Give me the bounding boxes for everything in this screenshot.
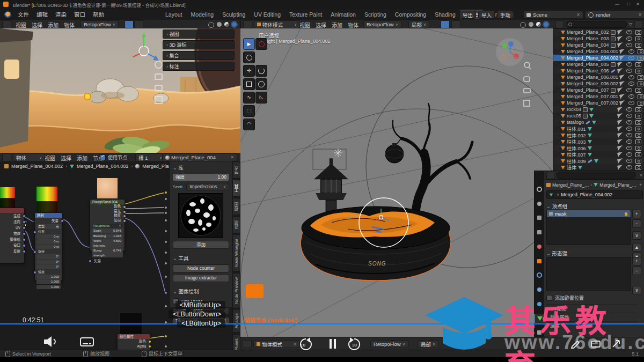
properties-tab[interactable] xyxy=(535,329,544,337)
selectable-icon[interactable] xyxy=(619,49,625,54)
pan-hand-icon[interactable] xyxy=(155,73,163,80)
node-output[interactable]: 窗口 xyxy=(0,242,24,248)
camera-view-icon[interactable] xyxy=(155,85,163,91)
vertex-group-row[interactable]: mask 🔒 xyxy=(547,210,631,217)
measure-tool[interactable]: ◺ xyxy=(255,92,267,104)
add-shapekey-button[interactable]: + xyxy=(632,257,641,265)
node-input[interactable]: 矢量 xyxy=(90,258,125,264)
outliner-item[interactable]: 柱体.001 xyxy=(553,125,644,132)
hide-viewport-icon[interactable] xyxy=(626,114,632,118)
workspace-tab[interactable]: Modeling xyxy=(187,10,218,19)
node-field[interactable]: Scale0.546 xyxy=(92,228,123,233)
workspace-tab[interactable]: UV Editing xyxy=(250,10,285,19)
n-panel-tab[interactable]: 工具 xyxy=(232,180,240,197)
workspace-tab[interactable]: Texture Paint xyxy=(285,10,326,19)
n-panel-tab[interactable]: Arrange xyxy=(232,309,240,333)
hide-viewport-icon[interactable] xyxy=(628,101,634,105)
mode-selector[interactable]: 物体模式∨ xyxy=(253,340,299,348)
hide-render-icon[interactable] xyxy=(635,152,641,157)
outliner-item[interactable]: Merged_Plane_005 xyxy=(553,61,644,68)
node-field[interactable]: Blending1.046 xyxy=(92,234,123,239)
category-dropdown[interactable]: Imperfections∨ xyxy=(186,183,229,190)
hide-render-icon[interactable] xyxy=(638,82,643,86)
properties-tab[interactable] xyxy=(535,242,544,251)
app-menu-item[interactable]: 窗口 xyxy=(70,9,89,20)
snap-magnet-icon[interactable] xyxy=(451,340,460,348)
app-menu-item[interactable]: 帮助 xyxy=(89,9,108,20)
hide-viewport-icon[interactable] xyxy=(626,146,632,150)
selectable-icon[interactable] xyxy=(617,68,623,73)
hide-render-icon[interactable] xyxy=(635,107,641,112)
viewlayer-close-icon[interactable]: ✕ xyxy=(638,12,642,17)
imperfection-preview[interactable] xyxy=(178,193,223,238)
hide-viewport-icon[interactable] xyxy=(628,56,634,60)
outliner-item[interactable]: Merged_Plane_003 xyxy=(553,35,644,42)
selectable-icon[interactable] xyxy=(617,139,623,144)
material-datablock[interactable]: Merged_Plane_004 ✕ xyxy=(162,153,237,161)
node-output[interactable]: 法向 xyxy=(90,218,125,223)
material-unlink-icon[interactable]: ✕ xyxy=(230,155,234,160)
io-button[interactable]: 手动 xyxy=(497,11,514,19)
collapsed-section[interactable]: ›属性 xyxy=(546,321,638,330)
selectable-icon[interactable] xyxy=(617,87,623,93)
hide-viewport-icon[interactable] xyxy=(626,120,632,124)
io-button[interactable]: 导出 xyxy=(459,11,476,19)
selectable-icon[interactable] xyxy=(617,158,623,164)
outliner-item[interactable]: 锥体 xyxy=(553,164,644,171)
hide-render-icon[interactable] xyxy=(635,43,641,48)
snap-magnet-icon[interactable] xyxy=(125,20,134,28)
outliner-item[interactable]: tatalogo xyxy=(553,119,644,125)
hide-render-icon[interactable] xyxy=(635,146,641,151)
annotate-tool[interactable] xyxy=(243,51,255,63)
retopoflow-menu[interactable]: RetopoFlow∨ xyxy=(370,340,408,348)
properties-tab[interactable] xyxy=(535,271,544,280)
properties-tab[interactable] xyxy=(535,228,544,237)
hide-render-icon[interactable] xyxy=(638,49,643,54)
minimize-button[interactable]: — xyxy=(615,2,619,6)
hide-render-icon[interactable] xyxy=(635,165,641,170)
outliner-item[interactable]: 柱体.007 xyxy=(553,151,644,158)
n-panel-section[interactable]: › 集合 xyxy=(163,51,235,60)
node-output[interactable]: 法向 xyxy=(0,219,24,225)
hide-viewport-icon[interactable] xyxy=(626,69,632,73)
mode-selector[interactable]: 物体模式∨ xyxy=(254,20,300,28)
outliner-item[interactable]: 柱体.006 xyxy=(553,145,644,151)
outliner-item[interactable]: Merged_Plane_006.002 xyxy=(553,80,644,87)
rest-position-row[interactable]: 添加静置位置 xyxy=(546,294,584,301)
n-panel-tab[interactable]: 节点 xyxy=(232,161,240,179)
selectable-icon[interactable] xyxy=(617,36,623,41)
hide-render-icon[interactable] xyxy=(635,127,641,131)
retopoflow-menu[interactable]: RetopoFlow∨ xyxy=(80,20,119,28)
transform-orientation[interactable]: 局部∨ xyxy=(418,340,438,348)
use-nodes-row[interactable]: 使用节点 xyxy=(100,154,127,161)
outliner-item[interactable]: Merged_Plane_007.002 xyxy=(553,100,644,106)
hide-render-icon[interactable] xyxy=(638,94,643,99)
pencil-icon[interactable] xyxy=(572,341,579,348)
new-collection-icon[interactable] xyxy=(634,20,642,28)
remove-shapekey-button[interactable]: − xyxy=(632,267,641,275)
outliner-item[interactable]: Merged_Plane_006.001 xyxy=(553,74,644,80)
close-button[interactable]: ✕ xyxy=(636,2,640,6)
annotate-pencil-tool[interactable]: ∿ xyxy=(243,92,255,104)
proportional-edit-icon[interactable] xyxy=(462,340,471,348)
vgroup-specials-button[interactable]: ∨ xyxy=(632,231,641,240)
object-data-name-field[interactable]: ∨ Merged_Plane_004.002 xyxy=(546,190,643,199)
blender-app-icon[interactable] xyxy=(4,11,11,18)
selectable-icon[interactable] xyxy=(617,113,623,119)
hide-viewport-icon[interactable] xyxy=(628,75,634,79)
video-progress-bar[interactable] xyxy=(0,323,644,324)
snap-magnet-icon[interactable] xyxy=(441,20,450,28)
properties-tab[interactable] xyxy=(535,185,544,194)
hide-viewport-icon[interactable] xyxy=(626,133,632,137)
hide-viewport-icon[interactable] xyxy=(626,107,632,112)
n-panel-tab[interactable]: Node Preview xyxy=(232,273,240,308)
node-output[interactable]: 摄像机 xyxy=(0,237,24,242)
shader-type-selector[interactable]: 物体∨ xyxy=(13,153,45,161)
collapsed-section[interactable]: ›颜色属性 xyxy=(546,313,638,321)
hide-render-icon[interactable] xyxy=(638,75,643,80)
hide-viewport-icon[interactable] xyxy=(626,30,632,34)
properties-tab[interactable] xyxy=(535,214,544,223)
selectable-icon[interactable] xyxy=(619,100,625,106)
editor-type-button[interactable] xyxy=(243,340,252,348)
scale-tool[interactable] xyxy=(243,78,255,90)
